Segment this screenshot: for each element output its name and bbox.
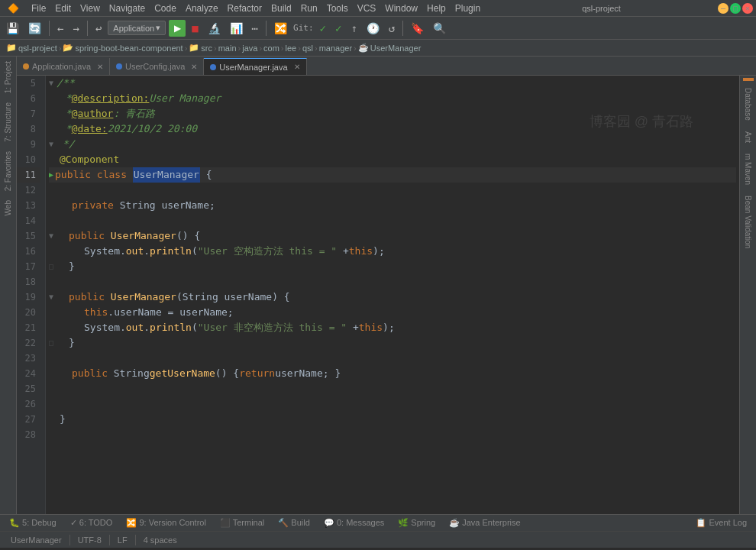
menu-run[interactable]: Run bbox=[296, 2, 322, 15]
coverage-icon[interactable]: 🔬 bbox=[205, 21, 224, 36]
breadcrumb-com[interactable]: com bbox=[263, 44, 279, 53]
more-run-icon[interactable]: ⋯ bbox=[249, 21, 261, 36]
btab-java-enterprise[interactable]: ☕ Java Enterprise bbox=[443, 516, 526, 529]
btab-event-log[interactable]: 📋 Event Log bbox=[690, 516, 753, 529]
sidebar-item-favorites[interactable]: 2: Favorites bbox=[2, 147, 14, 196]
back-icon[interactable]: ← bbox=[54, 21, 66, 36]
btab-version-control[interactable]: 🔀 9: Version Control bbox=[120, 516, 212, 529]
menu-plugin[interactable]: Plugin bbox=[451, 2, 485, 15]
breadcrumb-file-icon: ☕ bbox=[358, 43, 369, 53]
tab-usermanager-java[interactable]: UserManager.java ✕ bbox=[204, 58, 306, 75]
forward-icon[interactable]: → bbox=[69, 21, 82, 36]
menu-help[interactable]: Help bbox=[422, 2, 451, 15]
fold-end-icon-17[interactable]: □ bbox=[49, 259, 53, 274]
git-check-icon[interactable]: ✓ bbox=[317, 21, 329, 36]
fold-icon-15[interactable]: ▼ bbox=[49, 228, 53, 244]
btab-build[interactable]: 🔨 Build bbox=[272, 516, 316, 529]
maximize-button[interactable]: □ bbox=[730, 3, 741, 14]
breadcrumb-folder1-icon: 📂 bbox=[63, 43, 73, 53]
stop-icon[interactable]: ■ bbox=[189, 21, 201, 36]
revert-icon[interactable]: ↺ bbox=[386, 21, 398, 36]
git-push-icon[interactable]: ✓ bbox=[332, 21, 344, 36]
breadcrumb-lee[interactable]: lee bbox=[286, 44, 297, 53]
breadcrumb-qsl[interactable]: qsl bbox=[302, 44, 313, 53]
menu-vcs[interactable]: VCS bbox=[353, 2, 381, 15]
menu-navigate[interactable]: Navigate bbox=[105, 2, 150, 15]
run-config-dropdown[interactable]: Application ▾ bbox=[108, 21, 166, 35]
code-editor[interactable]: 5 6 7 8 9 10 11 12 13 14 15 16 17 18 19 … bbox=[17, 76, 756, 514]
git-pull-icon[interactable]: ↑ bbox=[347, 21, 360, 36]
code-line-10: @Component bbox=[49, 152, 736, 167]
btab-spring[interactable]: 🌿 Spring bbox=[392, 516, 441, 529]
dropdown-arrow-icon: ▾ bbox=[156, 23, 160, 33]
menu-analyze[interactable]: Analyze bbox=[181, 2, 223, 15]
breadcrumb-project[interactable]: qsl-project bbox=[18, 44, 57, 53]
run-button[interactable]: ▶ bbox=[169, 20, 186, 37]
fold-end-icon-22[interactable]: □ bbox=[49, 335, 53, 351]
panel-maven[interactable]: m Maven bbox=[742, 149, 754, 189]
gutter-run-icon-11[interactable]: ▶ bbox=[49, 167, 53, 183]
undo-icon[interactable]: ↩ bbox=[92, 21, 105, 36]
ln-26: 26 bbox=[17, 396, 40, 412]
breadcrumb-manager[interactable]: manager bbox=[319, 44, 352, 53]
panel-bean-validation[interactable]: Bean Validation bbox=[742, 191, 754, 253]
breadcrumb-file[interactable]: UserManager bbox=[370, 44, 422, 53]
minimize-button[interactable]: — bbox=[718, 3, 729, 14]
breadcrumb-folder1[interactable]: spring-boot-bean-component bbox=[75, 44, 183, 53]
tab-application-java[interactable]: Application.java ✕ bbox=[17, 58, 110, 75]
profile-icon[interactable]: 📊 bbox=[227, 21, 246, 36]
sync-icon[interactable]: 🔄 bbox=[25, 21, 44, 36]
statusbar-line-endings[interactable]: LF bbox=[113, 535, 132, 545]
code-line-27: } bbox=[49, 412, 736, 427]
sidebar-item-web[interactable]: Web bbox=[2, 196, 14, 220]
menu-view[interactable]: View bbox=[76, 2, 105, 15]
tab-label-usermanager: UserManager.java bbox=[219, 63, 287, 72]
tab-close-userconfig[interactable]: ✕ bbox=[191, 63, 197, 71]
history-icon[interactable]: 🕐 bbox=[363, 21, 383, 36]
breadcrumb-src[interactable]: src bbox=[201, 44, 212, 53]
menu-window[interactable]: Window bbox=[380, 2, 422, 15]
sidebar-item-structure[interactable]: 7: Structure bbox=[2, 98, 14, 147]
menu-tools[interactable]: Tools bbox=[322, 2, 353, 15]
line-numbers: 5 6 7 8 9 10 11 12 13 14 15 16 17 18 19 … bbox=[17, 76, 46, 514]
breadcrumb-java[interactable]: java bbox=[242, 44, 257, 53]
tab-close-application[interactable]: ✕ bbox=[97, 63, 103, 71]
sidebar-item-project[interactable]: 1: Project bbox=[2, 57, 14, 98]
btab-terminal[interactable]: ⬛ Terminal bbox=[214, 516, 270, 529]
code-comment-5: /** bbox=[57, 76, 74, 91]
breadcrumb-sep-6: › bbox=[281, 44, 284, 53]
fold-icon-5[interactable]: ▼ bbox=[49, 76, 53, 91]
statusbar-usermanager[interactable]: UserManager bbox=[6, 535, 66, 545]
save-icon[interactable]: 💾 bbox=[3, 21, 22, 36]
menu-refactor[interactable]: Refactor bbox=[223, 2, 267, 15]
tab-userconfig-java[interactable]: UserConfig.java ✕ bbox=[110, 58, 204, 75]
btab-messages[interactable]: 💬 0: Messages bbox=[318, 516, 390, 529]
fold-icon-19[interactable]: ▼ bbox=[49, 290, 53, 305]
bookmark-icon[interactable]: 🔖 bbox=[408, 21, 427, 36]
close-button[interactable]: ✕ bbox=[742, 3, 753, 14]
tab-icon-application bbox=[23, 63, 29, 70]
app-icon: 🔶 bbox=[3, 2, 24, 15]
menu-build[interactable]: Build bbox=[267, 2, 296, 15]
code-comment-6: * bbox=[60, 91, 72, 106]
menu-edit[interactable]: Edit bbox=[50, 2, 76, 15]
menu-code[interactable]: Code bbox=[150, 2, 181, 15]
statusbar-indent[interactable]: 4 spaces bbox=[139, 535, 182, 545]
tab-close-usermanager[interactable]: ✕ bbox=[294, 63, 300, 71]
breadcrumb-main[interactable]: main bbox=[218, 44, 237, 53]
breadcrumb-sep-5: › bbox=[259, 44, 262, 53]
git-icon[interactable]: 🔀 bbox=[271, 21, 290, 36]
fold-icon-9[interactable]: ▼ bbox=[49, 137, 53, 152]
breadcrumb-project-icon: 📁 bbox=[6, 43, 17, 53]
menu-file[interactable]: File bbox=[27, 2, 50, 15]
ln-12: 12 bbox=[17, 183, 40, 198]
btab-todo[interactable]: ✓ 6: TODO bbox=[64, 516, 119, 529]
code-line-23 bbox=[49, 351, 736, 366]
code-line-22: □ } bbox=[49, 335, 736, 351]
panel-ant[interactable]: Ant bbox=[742, 127, 754, 147]
find-icon[interactable]: 🔍 bbox=[430, 21, 449, 36]
btab-debug[interactable]: 🐛 5: Debug bbox=[3, 516, 63, 529]
statusbar-encoding[interactable]: UTF-8 bbox=[73, 535, 106, 545]
code-content[interactable]: 博客园 @ 青石路 ▼ /** * @description: User Man… bbox=[46, 76, 739, 514]
panel-database[interactable]: Database bbox=[742, 83, 754, 125]
